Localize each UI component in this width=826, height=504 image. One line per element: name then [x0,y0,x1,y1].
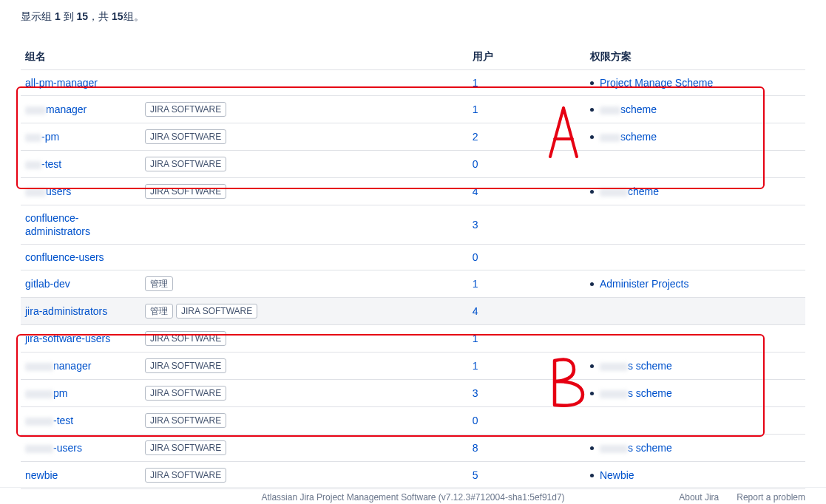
col-header-users[interactable]: 用户 [468,44,586,70]
footer-about-link[interactable]: About Jira [679,492,719,503]
table-row: -testJIRA SOFTWARE0 [21,407,805,435]
group-name-text: -test [53,415,73,426]
redacted-text [25,106,46,115]
user-count-link[interactable]: 2 [473,131,478,143]
table-row: usersJIRA SOFTWARE4cheme [21,178,805,205]
user-count-link[interactable]: 8 [473,442,478,454]
bullet-icon [590,474,594,477]
group-name-link[interactable]: -pm [25,131,59,143]
scheme-text: Project Manage Scheme [600,77,713,89]
user-count-link[interactable]: 1 [473,278,478,290]
table-row: all-pm-manager1Project Manage Scheme [21,70,805,96]
redacted-text [25,363,53,371]
user-count-link[interactable]: 5 [473,469,478,481]
group-name-link[interactable]: nanager [25,360,91,372]
group-name-text: all-pm-manager [25,77,98,89]
group-name-link[interactable]: manager [25,103,87,115]
jira-software-badge: JIRA SOFTWARE [145,386,226,401]
group-name-link[interactable]: gitlab-dev [25,278,70,290]
permission-scheme-link[interactable]: cheme [600,185,659,197]
redacted-text [25,418,53,426]
redacted-text [25,134,41,142]
user-count-link[interactable]: 3 [473,219,478,231]
user-count-link[interactable]: 0 [473,415,478,426]
bullet-icon [590,392,594,395]
group-name-text: gitlab-dev [25,278,70,290]
jira-software-badge: JIRA SOFTWARE [145,468,226,483]
permission-scheme-link[interactable]: Administer Projects [600,278,689,290]
scheme-text: cheme [628,185,659,197]
group-name-text: manager [46,103,87,115]
redacted-text [600,134,620,142]
jira-software-badge: JIRA SOFTWARE [145,184,226,199]
user-count-link[interactable]: 4 [473,185,478,197]
redacted-text [25,390,53,398]
admin-badge: 管理 [145,304,173,319]
bullet-icon [590,108,594,112]
col-header-scheme[interactable]: 权限方案 [586,44,805,70]
user-count-link[interactable]: 1 [473,360,478,372]
group-name-text: -users [53,442,82,454]
user-count-link[interactable]: 0 [473,251,478,263]
permission-scheme-link[interactable]: Project Manage Scheme [600,77,713,89]
bullet-icon [590,81,594,85]
jira-software-badge: JIRA SOFTWARE [145,129,226,144]
user-count-link[interactable]: 4 [473,305,478,317]
bullet-icon [590,446,594,450]
redacted-text [600,445,628,453]
footer-report-link[interactable]: Report a problem [737,492,805,503]
jira-software-badge: JIRA SOFTWARE [145,413,226,428]
jira-software-badge: JIRA SOFTWARE [145,440,226,455]
redacted-text [600,106,620,115]
group-name-link[interactable]: -test [25,415,73,426]
table-row: -testJIRA SOFTWARE0 [21,151,805,178]
group-name-link[interactable]: confluence-administrators [25,212,90,237]
user-count-link[interactable]: 1 [473,333,478,344]
scheme-text: s scheme [628,360,672,372]
group-name-text: confluence-administrators [25,212,90,237]
redacted-text [600,188,628,197]
jira-software-badge: JIRA SOFTWARE [145,102,226,117]
group-name-text: jira-administrators [25,305,107,317]
permission-scheme-link[interactable]: s scheme [600,387,672,399]
groups-table: 组名 用户 权限方案 all-pm-manager1Project Manage… [21,44,805,489]
permission-scheme-link[interactable]: Newbie [600,469,634,481]
table-row: gitlab-dev管理1Administer Projects [21,270,805,298]
table-row: -pmJIRA SOFTWARE2scheme [21,123,805,151]
user-count-link[interactable]: 0 [473,158,478,170]
group-name-link[interactable]: pm [25,387,67,399]
group-name-link[interactable]: -users [25,442,82,454]
group-name-link[interactable]: all-pm-manager [25,77,98,89]
jira-software-badge: JIRA SOFTWARE [145,331,226,346]
scheme-text: scheme [620,103,657,115]
group-name-link[interactable]: newbie [25,469,58,481]
group-name-text: pm [53,387,67,399]
user-count-link[interactable]: 1 [473,77,478,89]
table-row: jira-administrators管理JIRA SOFTWARE4 [21,298,805,325]
user-count-link[interactable]: 1 [473,103,478,115]
group-name-link[interactable]: jira-software-users [25,333,110,344]
group-name-text: users [46,185,71,197]
jira-software-badge: JIRA SOFTWARE [145,157,226,171]
group-name-text: nanager [53,360,91,372]
group-name-link[interactable]: jira-administrators [25,305,107,317]
redacted-text [25,161,41,169]
page-footer: Atlassian Jira Project Management Softwa… [0,487,826,504]
admin-badge: 管理 [145,276,173,291]
permission-scheme-link[interactable]: s scheme [600,360,672,372]
group-name-text: jira-software-users [25,333,110,344]
permission-scheme-link[interactable]: scheme [600,103,657,115]
permission-scheme-link[interactable]: scheme [600,131,657,143]
group-name-link[interactable]: users [25,185,71,197]
scheme-text: scheme [620,131,657,143]
user-count-link[interactable]: 3 [473,387,478,399]
group-name-link[interactable]: -test [25,158,61,170]
permission-scheme-link[interactable]: s scheme [600,442,672,454]
table-row: confluence-users0 [21,245,805,270]
redacted-text [25,188,46,197]
table-row: newbieJIRA SOFTWARE5Newbie [21,462,805,489]
group-name-link[interactable]: confluence-users [25,251,104,263]
bullet-icon [590,282,594,286]
col-header-name[interactable]: 组名 [21,44,468,70]
redacted-text [600,390,628,398]
